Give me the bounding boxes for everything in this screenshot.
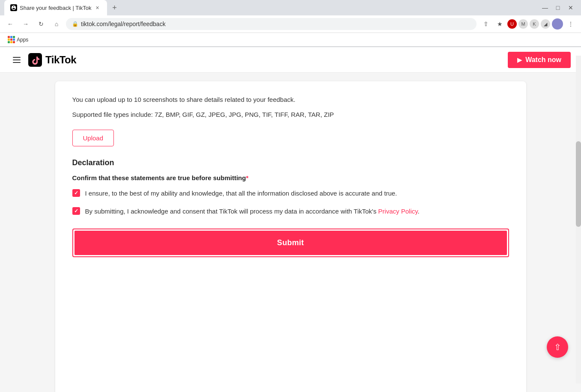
tiktok-logo-icon: [28, 53, 42, 67]
window-restore-button[interactable]: □: [552, 2, 564, 14]
window-controls: — □ ✕: [539, 2, 577, 14]
site-header: TikTok ▶ Watch now: [0, 47, 581, 73]
checkbox-row-2: ✓ By submitting, I acknowledge and conse…: [72, 206, 509, 217]
window-minimize-button[interactable]: —: [539, 2, 551, 14]
required-star: *: [246, 174, 248, 181]
apps-label: Apps: [17, 37, 28, 43]
checkbox-2-after: .: [418, 208, 420, 215]
new-tab-button[interactable]: +: [109, 2, 121, 14]
checkbox-1-text: I ensure, to the best of my ability and …: [85, 188, 397, 199]
tab-bar: Share your feedback | TikTok × + — □ ✕: [0, 0, 581, 15]
refresh-button[interactable]: ↻: [35, 18, 47, 30]
checkbox-row-1: ✓ I ensure, to the best of my ability an…: [72, 188, 509, 199]
profile-avatar[interactable]: [552, 18, 563, 30]
checkmark-2: ✓: [74, 208, 78, 214]
extension-puzzle[interactable]: ◢: [541, 19, 550, 29]
bookmark-button[interactable]: ★: [494, 18, 506, 30]
checkbox-2-before: By submitting, I acknowledge and consent…: [85, 208, 378, 215]
forward-button[interactable]: →: [20, 18, 32, 30]
apps-grid-icon: [8, 36, 15, 43]
file-types-text: Supported file types include: 7Z, BMP, G…: [72, 110, 509, 120]
checkbox-1[interactable]: ✓: [72, 189, 80, 197]
address-bar[interactable]: 🔒 tiktok.com/legal/report/feedback: [66, 18, 477, 30]
declaration-title: Declaration: [72, 158, 509, 167]
hamburger-line-1: [13, 57, 21, 58]
checkbox-2[interactable]: ✓: [72, 207, 80, 215]
submit-button[interactable]: Submit: [74, 231, 507, 255]
extension-ublock[interactable]: U: [507, 19, 517, 29]
hamburger-line-2: [13, 59, 21, 60]
share-button[interactable]: ⇧: [480, 18, 492, 30]
apps-bookmark[interactable]: Apps: [4, 35, 32, 45]
window-close-button[interactable]: ✕: [565, 2, 577, 14]
upload-button[interactable]: Upload: [72, 130, 114, 146]
privacy-policy-link[interactable]: Privacy Policy: [378, 208, 417, 215]
confirm-label: Confirm that these statements are true b…: [72, 174, 509, 181]
play-icon: ▶: [517, 56, 522, 63]
watch-now-button[interactable]: ▶ Watch now: [508, 52, 571, 68]
hamburger-line-3: [13, 62, 21, 63]
tab-close-button[interactable]: ×: [94, 3, 101, 12]
scrollbar-thumb[interactable]: [576, 141, 581, 227]
browser-toolbar: ← → ↻ ⌂ 🔒 tiktok.com/legal/report/feedba…: [0, 15, 581, 33]
back-button[interactable]: ←: [4, 18, 16, 30]
url-text: tiktok.com/legal/report/feedback: [81, 21, 166, 27]
tab-title: Share your feedback | TikTok: [20, 5, 91, 11]
extension-1[interactable]: M: [518, 19, 528, 29]
menu-button[interactable]: ⋮: [565, 18, 577, 30]
page-wrapper: You can upload up to 10 screenshots to s…: [0, 73, 581, 392]
checkmark-1: ✓: [74, 190, 78, 196]
scroll-up-icon: ⇧: [554, 342, 561, 352]
tab-favicon: [10, 4, 17, 11]
ssl-lock-icon: 🔒: [72, 21, 78, 27]
extension-icons: ⇧ ★ U M K ◢ ⋮: [480, 18, 577, 30]
browser-chrome: Share your feedback | TikTok × + — □ ✕ ←…: [0, 0, 581, 47]
active-tab[interactable]: Share your feedback | TikTok ×: [4, 0, 107, 15]
tiktok-logo[interactable]: TikTok: [28, 53, 76, 67]
upload-description: You can upload up to 10 screenshots to s…: [72, 95, 509, 105]
hamburger-menu-button[interactable]: [10, 54, 23, 65]
scrollbar-track[interactable]: [576, 56, 581, 383]
submit-button-wrapper: Submit: [72, 229, 509, 257]
extension-2[interactable]: K: [530, 19, 539, 29]
checkbox-2-text: By submitting, I acknowledge and consent…: [85, 206, 420, 217]
content-card: You can upload up to 10 screenshots to s…: [55, 81, 526, 392]
tiktok-logo-text: TikTok: [45, 54, 76, 66]
scroll-to-top-button[interactable]: ⇧: [547, 336, 568, 358]
home-button[interactable]: ⌂: [51, 18, 63, 30]
watch-now-label: Watch now: [525, 56, 561, 64]
bookmarks-bar: Apps: [0, 33, 581, 47]
